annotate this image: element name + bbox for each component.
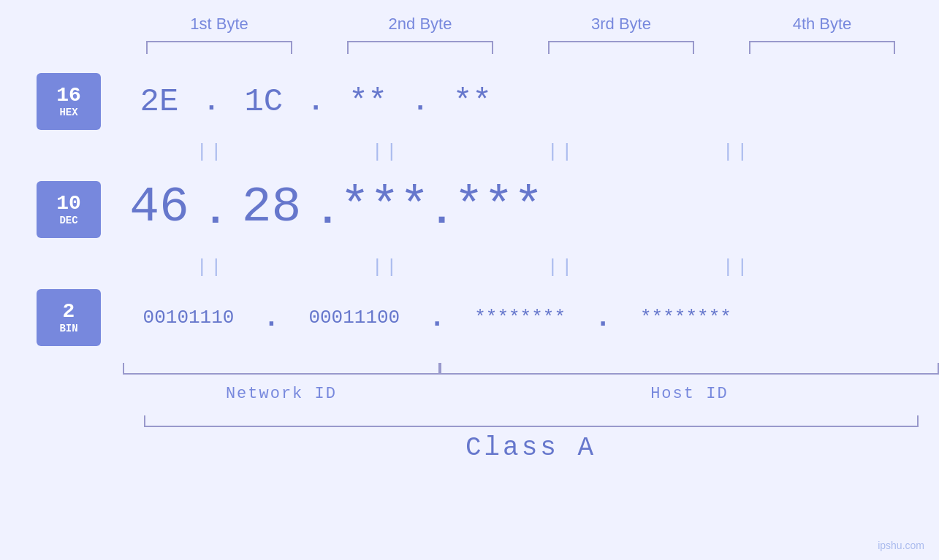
hex-byte3: ** [324, 83, 412, 120]
bracket-byte4 [749, 41, 895, 54]
eq1-b1: || [123, 141, 298, 163]
byte1-header: 1st Byte [139, 15, 300, 34]
bin-byte3: ******** [447, 307, 593, 329]
bracket-byte3 [548, 41, 694, 54]
hex-badge: 16 HEX [37, 73, 101, 130]
equals-row1: || || || || [0, 138, 939, 166]
dec-byte1: 46 [115, 179, 203, 235]
equals-row2: || || || || [0, 253, 939, 281]
main-container: 1st Byte 2nd Byte 3rd Byte 4th Byte 16 H… [0, 0, 939, 560]
bin-sep1: . [263, 302, 280, 334]
eq1-b4: || [649, 141, 824, 163]
bin-values: 00101110 . 00011100 . ******** . *******… [115, 302, 939, 334]
dec-sep2: . [316, 188, 341, 235]
dec-num: 10 [56, 193, 81, 215]
eq2-b4: || [649, 256, 824, 278]
bin-byte2: 00011100 [281, 307, 427, 329]
bottom-brackets-row [0, 360, 939, 375]
eq1-b2: || [298, 141, 474, 163]
bin-num: 2 [63, 301, 75, 323]
dec-byte2: 28 [228, 179, 316, 235]
host-id-label: Host ID [440, 385, 939, 403]
top-brackets [119, 41, 923, 54]
bracket-byte2 [347, 41, 493, 54]
dec-byte4: *** [454, 179, 543, 235]
byte2-header: 2nd Byte [340, 15, 501, 34]
class-label: Class A [144, 433, 919, 463]
hex-row: 16 HEX 2E . 1C . ** . ** [0, 65, 939, 138]
bin-byte1: 00101110 [115, 307, 262, 329]
watermark: ipshu.com [878, 540, 924, 551]
hex-byte1: 2E [115, 83, 203, 120]
bottom-bracket-net [123, 363, 440, 375]
bin-byte4: ******** [612, 307, 759, 329]
byte-headers-row: 1st Byte 2nd Byte 3rd Byte 4th Byte [119, 15, 923, 34]
class-bottom-bracket [144, 415, 919, 427]
bin-badge: 2 BIN [37, 289, 101, 346]
dec-values: 46 . 28 . *** . *** [115, 179, 939, 241]
bottom-bracket-host [440, 363, 939, 375]
dec-sep1: . [203, 188, 228, 235]
bracket-byte1 [146, 41, 292, 54]
eq2-b3: || [474, 256, 649, 278]
id-labels-row: Network ID Host ID [0, 379, 939, 408]
bin-row: 2 BIN 00101110 . 00011100 . ******** . *… [0, 281, 939, 354]
byte3-header: 3rd Byte [541, 15, 702, 34]
hex-byte4: ** [428, 83, 516, 120]
eq2-b1: || [123, 256, 298, 278]
network-id-label: Network ID [123, 385, 440, 403]
dec-label: DEC [59, 215, 77, 226]
eq1-b3: || [474, 141, 649, 163]
hex-sep3: . [412, 86, 429, 118]
hex-sep1: . [203, 86, 220, 118]
bin-sep3: . [595, 302, 612, 334]
eq2-b2: || [298, 256, 474, 278]
hex-label: HEX [59, 107, 77, 118]
byte4-header: 4th Byte [742, 15, 902, 34]
hex-byte2: 1C [220, 83, 308, 120]
dec-badge: 10 DEC [37, 181, 101, 238]
hex-values: 2E . 1C . ** . ** [115, 83, 939, 120]
dec-byte3: *** [340, 179, 429, 235]
hex-num: 16 [56, 85, 81, 107]
dec-row: 10 DEC 46 . 28 . *** . *** [0, 166, 939, 253]
hex-sep2: . [308, 86, 324, 118]
bin-sep2: . [429, 302, 446, 334]
bin-label: BIN [59, 323, 77, 334]
dec-sep3: . [430, 188, 455, 235]
